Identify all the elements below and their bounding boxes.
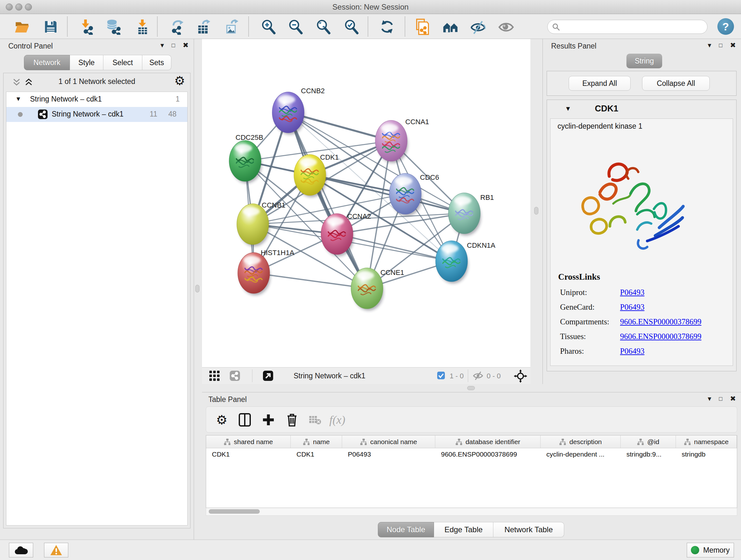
import-network-from-database-button[interactable]: [105, 18, 122, 35]
delete-table-button[interactable]: [308, 413, 322, 427]
network-node-CCNA2[interactable]: CCNA2: [321, 212, 371, 256]
right-splitter-handle[interactable]: [534, 207, 538, 214]
crosslink-pharos[interactable]: P06493: [620, 347, 644, 356]
column-header-namespace[interactable]: namespace: [676, 435, 737, 448]
panel-float-icon[interactable]: □: [172, 42, 175, 49]
zoom-fit-button[interactable]: [315, 18, 332, 35]
column-header-name[interactable]: name: [291, 435, 342, 448]
zoom-in-button[interactable]: [260, 18, 277, 35]
panel-close-icon[interactable]: ✖: [183, 42, 189, 49]
open-in-window-button[interactable]: [263, 370, 273, 382]
network-node-RB1[interactable]: RB1: [448, 193, 494, 236]
network-canvas[interactable]: CCNB2CCNA1CDC25BCDK1CDC6RB1CCNB1CCNA2CDK…: [202, 39, 530, 367]
home-button[interactable]: [443, 18, 459, 35]
export-table-button[interactable]: [195, 18, 212, 35]
table-options-button[interactable]: ⚙: [214, 413, 229, 427]
network-label: String Network – cdk1: [52, 110, 124, 118]
collection-expander-icon[interactable]: ▼: [15, 96, 21, 103]
crosslink-uniprot[interactable]: P06493: [620, 288, 644, 297]
table-horizontal-scrollbar[interactable]: [206, 508, 737, 516]
column-header-database-identifier[interactable]: database identifier: [435, 435, 541, 448]
zoom-selected-button[interactable]: [343, 18, 360, 35]
show-columns-button[interactable]: [238, 413, 252, 427]
network-collection-row[interactable]: ▼ String Network – cdk1 1: [6, 92, 187, 107]
node-details-header[interactable]: ▼ CDK1: [547, 100, 736, 118]
hide-selection-button[interactable]: [470, 18, 486, 35]
table-cell[interactable]: CDK1: [291, 448, 342, 460]
import-table-button[interactable]: [134, 18, 151, 35]
help-button[interactable]: ?: [718, 18, 734, 35]
tab-node-table[interactable]: Node Table: [378, 522, 434, 537]
panel-menu-icon[interactable]: ▾: [708, 395, 711, 402]
warnings-button[interactable]: [44, 543, 68, 557]
table-cell[interactable]: stringdb:9...: [621, 448, 676, 460]
network-options-gear-icon[interactable]: ⚙: [174, 74, 185, 88]
network-node-CDC25B[interactable]: CDC25B: [229, 133, 263, 183]
crosslink-genecard[interactable]: P06493: [620, 303, 644, 312]
tab-network[interactable]: Network: [24, 55, 70, 70]
search-input[interactable]: [563, 22, 701, 32]
status-bar: Memory: [0, 540, 741, 560]
export-network-button[interactable]: [169, 18, 186, 35]
clone-network-button[interactable]: [414, 18, 430, 35]
refresh-button[interactable]: [379, 18, 395, 35]
tab-sets[interactable]: Sets: [142, 55, 172, 70]
network-node-CCNA1[interactable]: CCNA1: [375, 118, 429, 163]
panel-float-icon[interactable]: □: [719, 42, 723, 49]
cloud-status-button[interactable]: [9, 543, 33, 557]
bottom-splitter-handle[interactable]: [467, 386, 475, 390]
panel-close-icon[interactable]: ✖: [730, 395, 736, 402]
show-grid-button[interactable]: [209, 370, 220, 382]
table-row[interactable]: CDK1CDK1P064939606.ENSP00000378699cyclin…: [206, 448, 737, 460]
network-type-badge[interactable]: [229, 370, 240, 382]
create-column-button[interactable]: [261, 413, 276, 427]
table-cell[interactable]: stringdb: [676, 448, 737, 460]
column-header-id[interactable]: @id: [621, 435, 676, 448]
panel-menu-icon[interactable]: ▾: [708, 42, 711, 49]
memory-button[interactable]: Memory: [687, 543, 734, 557]
selected-checkbox[interactable]: [437, 371, 445, 381]
hidden-elements-indicator[interactable]: [473, 371, 483, 381]
toolbar-separator: [67, 17, 68, 37]
table-cell[interactable]: P06493: [342, 448, 435, 460]
expand-all-button[interactable]: Expand All: [569, 76, 630, 91]
delete-column-button[interactable]: [285, 413, 299, 427]
crosslink-compartments[interactable]: 9606.ENSP00000378699: [620, 317, 701, 326]
import-network-button[interactable]: [78, 18, 95, 35]
scrollbar-thumb[interactable]: [209, 509, 260, 514]
fit-content-button[interactable]: [514, 369, 527, 384]
table-cell[interactable]: cyclin-dependent ...: [541, 448, 621, 460]
network-node-CDKN1A[interactable]: CDKN1A: [435, 241, 495, 284]
export-image-button[interactable]: [223, 18, 240, 35]
open-session-button[interactable]: [14, 18, 30, 35]
network-node-CCNB1[interactable]: CCNB1: [237, 201, 286, 246]
table-cell[interactable]: CDK1: [206, 448, 291, 460]
panel-float-icon[interactable]: □: [719, 395, 723, 402]
apply-function-button[interactable]: f(x): [330, 413, 345, 427]
tab-select[interactable]: Select: [104, 55, 142, 70]
results-panel: Results Panel ▾ □ ✖ String Expand All Co…: [542, 39, 741, 384]
column-header-shared-name[interactable]: shared name: [206, 435, 291, 448]
network-node-CCNE1[interactable]: CCNE1: [351, 268, 404, 311]
network-node-HIST1H1A[interactable]: HIST1H1A: [238, 249, 294, 295]
collapse-all-button[interactable]: Collapse All: [642, 76, 710, 91]
network-row-selected[interactable]: String Network – cdk1 11 48: [6, 107, 187, 122]
column-header-canonical-name[interactable]: canonical name: [342, 435, 435, 448]
column-header-description[interactable]: description: [541, 435, 621, 448]
tab-network-table[interactable]: Network Table: [493, 522, 564, 537]
tab-string[interactable]: String: [626, 54, 662, 68]
section-expander-icon[interactable]: ▼: [565, 105, 571, 112]
crosslink-tissues[interactable]: 9606.ENSP00000378699: [620, 332, 701, 341]
zoom-out-button[interactable]: [287, 18, 304, 35]
share-badge-icon: [229, 370, 240, 381]
table-cell[interactable]: 9606.ENSP00000378699: [435, 448, 541, 460]
left-splitter-handle[interactable]: [195, 285, 199, 293]
show-all-button[interactable]: [498, 18, 515, 35]
panel-close-icon[interactable]: ✖: [730, 42, 736, 49]
tab-edge-table[interactable]: Edge Table: [434, 522, 493, 537]
panel-menu-icon[interactable]: ▾: [160, 42, 164, 49]
save-session-button[interactable]: [43, 18, 59, 35]
tab-style[interactable]: Style: [70, 55, 104, 70]
network-node-CCNB2[interactable]: CCNB2: [272, 87, 325, 135]
network-node-CDK1[interactable]: CDK1: [294, 153, 339, 197]
